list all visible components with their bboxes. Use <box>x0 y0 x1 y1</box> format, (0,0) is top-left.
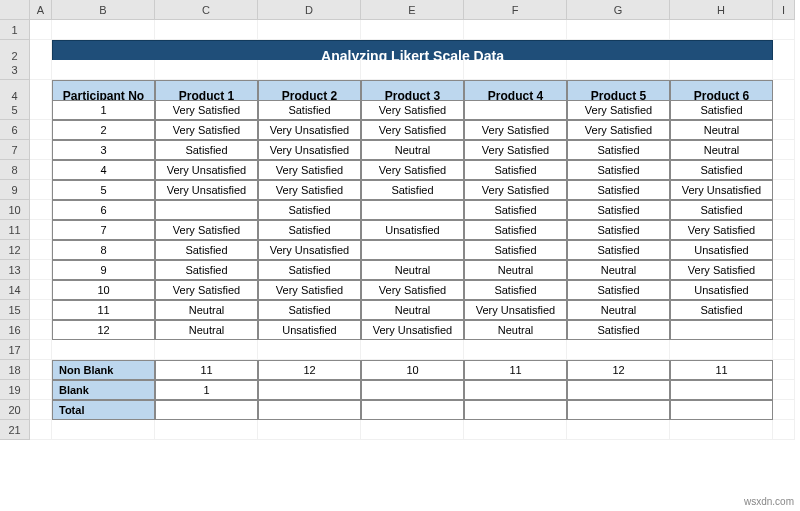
data-cell[interactable]: Very Satisfied <box>464 180 567 200</box>
empty-cell[interactable] <box>30 100 52 120</box>
empty-cell[interactable] <box>773 180 795 200</box>
row-header[interactable]: 14 <box>0 280 30 300</box>
data-cell[interactable]: Satisfied <box>258 260 361 280</box>
empty-cell[interactable] <box>258 20 361 40</box>
empty-cell[interactable] <box>258 60 361 80</box>
data-cell[interactable]: Satisfied <box>670 300 773 320</box>
data-cell[interactable]: Neutral <box>361 140 464 160</box>
data-cell[interactable]: Neutral <box>361 300 464 320</box>
empty-cell[interactable] <box>30 20 52 40</box>
empty-cell[interactable] <box>773 340 795 360</box>
data-cell[interactable]: Very Satisfied <box>567 120 670 140</box>
data-cell[interactable]: Satisfied <box>258 200 361 220</box>
row-header[interactable]: 21 <box>0 420 30 440</box>
empty-cell[interactable] <box>155 60 258 80</box>
empty-cell[interactable] <box>670 20 773 40</box>
empty-cell[interactable] <box>30 280 52 300</box>
data-cell[interactable]: Satisfied <box>155 140 258 160</box>
empty-cell[interactable] <box>30 140 52 160</box>
row-header[interactable]: 20 <box>0 400 30 420</box>
summary-label[interactable]: Non Blank <box>52 360 155 380</box>
participant-no[interactable]: 3 <box>52 140 155 160</box>
participant-no[interactable]: 2 <box>52 120 155 140</box>
empty-cell[interactable] <box>52 20 155 40</box>
participant-no[interactable]: 11 <box>52 300 155 320</box>
summary-cell[interactable]: 11 <box>155 360 258 380</box>
col-header[interactable]: E <box>361 0 464 20</box>
row-header[interactable]: 9 <box>0 180 30 200</box>
data-cell[interactable]: Very Satisfied <box>464 120 567 140</box>
row-header[interactable]: 6 <box>0 120 30 140</box>
empty-cell[interactable] <box>258 340 361 360</box>
empty-cell[interactable] <box>773 400 795 420</box>
data-cell[interactable]: Neutral <box>361 260 464 280</box>
col-header[interactable]: H <box>670 0 773 20</box>
participant-no[interactable]: 1 <box>52 100 155 120</box>
summary-cell[interactable] <box>155 400 258 420</box>
empty-cell[interactable] <box>773 120 795 140</box>
data-cell[interactable]: Very Unsatisfied <box>258 240 361 260</box>
summary-cell[interactable]: 11 <box>670 360 773 380</box>
participant-no[interactable]: 4 <box>52 160 155 180</box>
row-header[interactable]: 13 <box>0 260 30 280</box>
empty-cell[interactable] <box>773 380 795 400</box>
data-cell[interactable]: Neutral <box>155 300 258 320</box>
summary-cell[interactable] <box>567 400 670 420</box>
data-cell[interactable]: Very Unsatisfied <box>361 320 464 340</box>
summary-cell[interactable]: 12 <box>567 360 670 380</box>
col-header[interactable]: A <box>30 0 52 20</box>
empty-cell[interactable] <box>361 340 464 360</box>
data-cell[interactable]: Satisfied <box>258 300 361 320</box>
empty-cell[interactable] <box>567 340 670 360</box>
data-cell[interactable]: Unsatisfied <box>670 280 773 300</box>
empty-cell[interactable] <box>30 340 52 360</box>
empty-cell[interactable] <box>773 160 795 180</box>
data-cell[interactable]: Satisfied <box>567 180 670 200</box>
data-cell[interactable]: Neutral <box>464 320 567 340</box>
empty-cell[interactable] <box>670 420 773 440</box>
data-cell[interactable]: Very Satisfied <box>670 260 773 280</box>
empty-cell[interactable] <box>30 220 52 240</box>
empty-cell[interactable] <box>30 300 52 320</box>
data-cell[interactable]: Very Unsatisfied <box>155 160 258 180</box>
data-cell[interactable]: Very Unsatisfied <box>155 180 258 200</box>
data-cell[interactable]: Very Satisfied <box>361 100 464 120</box>
participant-no[interactable]: 8 <box>52 240 155 260</box>
row-header[interactable]: 10 <box>0 200 30 220</box>
empty-cell[interactable] <box>773 60 795 80</box>
empty-cell[interactable] <box>155 20 258 40</box>
empty-cell[interactable] <box>30 160 52 180</box>
data-cell[interactable]: Satisfied <box>258 220 361 240</box>
data-cell[interactable]: Satisfied <box>155 260 258 280</box>
data-cell[interactable]: Satisfied <box>567 200 670 220</box>
data-cell[interactable]: Neutral <box>670 120 773 140</box>
summary-cell[interactable] <box>258 400 361 420</box>
data-cell[interactable]: Satisfied <box>567 220 670 240</box>
empty-cell[interactable] <box>52 60 155 80</box>
data-cell[interactable]: Very Unsatisfied <box>670 180 773 200</box>
empty-cell[interactable] <box>30 60 52 80</box>
data-cell[interactable]: Satisfied <box>464 280 567 300</box>
data-cell[interactable] <box>670 320 773 340</box>
empty-cell[interactable] <box>773 360 795 380</box>
summary-cell[interactable]: 1 <box>155 380 258 400</box>
row-header[interactable]: 15 <box>0 300 30 320</box>
data-cell[interactable]: Satisfied <box>567 320 670 340</box>
data-cell[interactable]: Unsatisfied <box>361 220 464 240</box>
row-header[interactable]: 7 <box>0 140 30 160</box>
data-cell[interactable]: Satisfied <box>567 140 670 160</box>
empty-cell[interactable] <box>30 420 52 440</box>
data-cell[interactable]: Satisfied <box>464 240 567 260</box>
col-header[interactable]: B <box>52 0 155 20</box>
summary-cell[interactable] <box>258 380 361 400</box>
summary-cell[interactable] <box>361 380 464 400</box>
empty-cell[interactable] <box>361 60 464 80</box>
empty-cell[interactable] <box>155 340 258 360</box>
data-cell[interactable]: Very Satisfied <box>258 180 361 200</box>
data-cell[interactable]: Very Satisfied <box>258 160 361 180</box>
data-cell[interactable]: Neutral <box>670 140 773 160</box>
row-header[interactable]: 1 <box>0 20 30 40</box>
data-cell[interactable]: Very Satisfied <box>464 140 567 160</box>
row-header[interactable]: 11 <box>0 220 30 240</box>
data-cell[interactable]: Neutral <box>567 300 670 320</box>
